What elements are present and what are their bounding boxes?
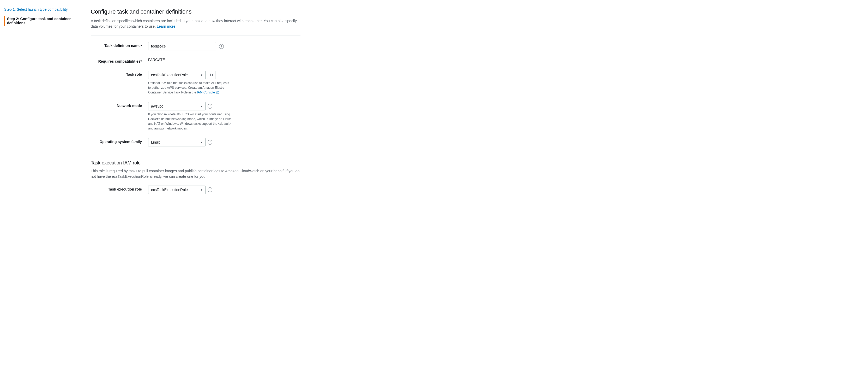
task-execution-role-select-wrapper: ecsTaskExecutionRole Create new role ▼ — [148, 186, 206, 194]
iam-console-link[interactable]: IAM Console — [197, 91, 219, 94]
page-title: Configure task and container definitions — [91, 8, 301, 15]
task-execution-role-info-icon[interactable]: i — [208, 187, 212, 192]
network-mode-select[interactable]: awsvpc <default> none bridge host — [148, 102, 206, 111]
divider — [91, 35, 301, 36]
page-description: A task definition specifies which contai… — [91, 18, 301, 29]
os-family-info-icon[interactable]: i — [208, 140, 212, 145]
task-role-control: ecsTaskExecutionRole None ▼ ↻ Optional I… — [148, 71, 279, 95]
learn-more-link[interactable]: Learn more — [157, 24, 176, 28]
task-definition-name-input[interactable] — [148, 42, 216, 50]
task-role-label: Task role — [91, 71, 148, 77]
task-execution-role-section: Task execution role ecsTaskExecutionRole… — [91, 186, 301, 194]
task-definition-name-row: Task definition name* i — [91, 42, 301, 50]
description-text: A task definition specifies which contai… — [91, 19, 297, 28]
task-execution-role-label: Task execution role — [91, 186, 148, 191]
network-mode-select-wrapper: awsvpc <default> none bridge host ▼ — [148, 102, 206, 111]
os-family-label: Operating system family — [91, 138, 148, 144]
requires-compatibilities-row: Requires compatibilities* FARGATE — [91, 58, 301, 63]
task-execution-role-select[interactable]: ecsTaskExecutionRole Create new role — [148, 186, 206, 194]
requires-compatibilities-value: FARGATE — [148, 56, 165, 62]
form-section: Task definition name* i Requires compati… — [91, 42, 301, 146]
sidebar-step-1[interactable]: Step 1: Select launch type compatibility — [4, 6, 74, 12]
sidebar-step-2[interactable]: Step 2: Configure task and container def… — [4, 16, 74, 26]
task-role-select-wrapper: ecsTaskExecutionRole None ▼ — [148, 71, 206, 79]
network-mode-row: Network mode awsvpc <default> none bridg… — [91, 102, 301, 131]
network-mode-label: Network mode — [91, 102, 148, 108]
external-link-icon — [216, 91, 219, 94]
os-family-row: Operating system family Linux Windows Se… — [91, 138, 301, 146]
section-divider — [91, 154, 301, 154]
sidebar-step-2-label: Step 2: Configure task and container def… — [7, 17, 74, 25]
os-family-select[interactable]: Linux Windows Server 2019 Full Windows S… — [148, 138, 206, 146]
task-execution-role-control: ecsTaskExecutionRole Create new role ▼ i — [148, 186, 279, 194]
task-definition-name-info-icon[interactable]: i — [219, 44, 224, 49]
network-mode-info-icon[interactable]: i — [208, 104, 212, 109]
network-mode-control: awsvpc <default> none bridge host ▼ i If… — [148, 102, 279, 131]
requires-compatibilities-control: FARGATE — [148, 58, 279, 62]
task-role-refresh-button[interactable]: ↻ — [207, 71, 215, 79]
network-mode-hint: If you choose <default>, ECS will start … — [148, 112, 231, 131]
task-role-select-row: ecsTaskExecutionRole None ▼ ↻ — [148, 71, 279, 79]
sidebar-step-1-label: Step 1: Select launch type compatibility — [4, 7, 68, 11]
task-definition-name-label: Task definition name* — [91, 42, 148, 48]
task-definition-name-control: i — [148, 42, 279, 50]
task-role-row: Task role ecsTaskExecutionRole None ▼ ↻ — [91, 71, 301, 95]
sidebar: Step 1: Select launch type compatibility… — [0, 0, 78, 391]
main-content: Configure task and container definitions… — [78, 0, 313, 391]
refresh-icon: ↻ — [210, 72, 213, 78]
task-execution-iam-role-desc: This role is required by tasks to pull c… — [91, 168, 301, 179]
task-execution-iam-role-header: Task execution IAM role — [91, 160, 301, 166]
os-family-control: Linux Windows Server 2019 Full Windows S… — [148, 138, 279, 146]
task-role-hint: Optional IAM role that tasks can use to … — [148, 81, 231, 95]
os-family-select-wrapper: Linux Windows Server 2019 Full Windows S… — [148, 138, 206, 146]
task-role-select[interactable]: ecsTaskExecutionRole None — [148, 71, 206, 79]
task-execution-role-row: Task execution role ecsTaskExecutionRole… — [91, 186, 301, 194]
requires-compatibilities-label: Requires compatibilities* — [91, 58, 148, 63]
